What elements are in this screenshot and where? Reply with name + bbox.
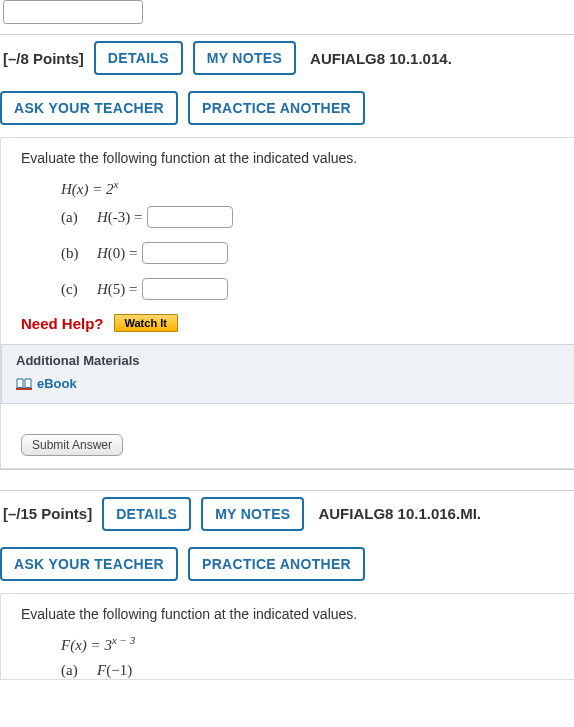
ask-teacher-button[interactable]: ASK YOUR TEACHER: [0, 91, 178, 125]
book-icon: [16, 378, 32, 390]
fn-lhs: F(x) =: [61, 637, 104, 653]
part-label: (a): [61, 209, 97, 226]
part-arg: (-3): [108, 209, 131, 225]
points-label: [–/15 Points]: [3, 505, 92, 522]
practice-another-button[interactable]: PRACTICE ANOTHER: [188, 547, 365, 581]
details-button[interactable]: DETAILS: [102, 497, 191, 531]
problem-content: Evaluate the following function at the i…: [0, 593, 574, 680]
function-definition: H(x) = 2x: [61, 178, 558, 198]
part-eq: =: [130, 209, 142, 225]
part-label: (b): [61, 245, 97, 262]
points-label: [–/8 Points]: [3, 50, 84, 67]
part-expression: H(0) =: [97, 245, 138, 262]
part-arg: (5): [108, 281, 126, 297]
fn-base: 2: [106, 181, 114, 197]
part-arg: (0): [108, 245, 126, 261]
part-eq: =: [125, 281, 137, 297]
part-arg: (−1): [106, 662, 132, 678]
part-a: (a) H(-3) =: [61, 206, 558, 228]
fn-lhs: H(x) =: [61, 181, 106, 197]
part-fn: H: [97, 245, 108, 261]
reference-label: AUFIALG8 10.1.014.: [310, 50, 452, 67]
watch-it-button[interactable]: Watch It: [114, 314, 178, 332]
need-help-label: Need Help?: [21, 315, 104, 332]
part-label: (a): [61, 662, 97, 679]
ebook-label: eBook: [37, 376, 77, 391]
function-definition: F(x) = 3x − 3: [61, 634, 558, 654]
problem-header-row2: ASK YOUR TEACHER PRACTICE ANOTHER: [0, 539, 574, 589]
part-b: (b) H(0) =: [61, 242, 558, 264]
part-eq: =: [125, 245, 137, 261]
ebook-link[interactable]: eBook: [16, 376, 77, 391]
additional-materials: Additional Materials eBook: [1, 344, 574, 404]
problem-header-row1: [–/15 Points] DETAILS MY NOTES AUFIALG8 …: [0, 491, 574, 539]
mynotes-button[interactable]: MY NOTES: [193, 41, 296, 75]
problem-content: Evaluate the following function at the i…: [0, 137, 574, 469]
problem-header-row1: [–/8 Points] DETAILS MY NOTES AUFIALG8 1…: [0, 35, 574, 83]
fn-exp: x: [114, 178, 119, 190]
svg-rect-0: [16, 388, 32, 390]
reference-label: AUFIALG8 10.1.016.MI.: [318, 505, 481, 522]
answer-input-b[interactable]: [142, 242, 228, 264]
ask-teacher-button[interactable]: ASK YOUR TEACHER: [0, 547, 178, 581]
prompt-text: Evaluate the following function at the i…: [21, 150, 558, 166]
part-fn: H: [97, 281, 108, 297]
part-label: (c): [61, 281, 97, 298]
previous-input-stub[interactable]: [3, 0, 143, 24]
fn-exp: x − 3: [112, 634, 135, 646]
problem-2: [–/15 Points] DETAILS MY NOTES AUFIALG8 …: [0, 490, 574, 680]
part-fn: H: [97, 209, 108, 225]
part-a: (a) F(−1): [61, 662, 558, 679]
additional-title: Additional Materials: [16, 353, 560, 368]
problem-1: [–/8 Points] DETAILS MY NOTES AUFIALG8 1…: [0, 34, 574, 470]
part-fn: F: [97, 662, 106, 678]
mynotes-button[interactable]: MY NOTES: [201, 497, 304, 531]
part-expression: H(5) =: [97, 281, 138, 298]
problem-header-row2: ASK YOUR TEACHER PRACTICE ANOTHER: [0, 83, 574, 133]
part-expression: H(-3) =: [97, 209, 143, 226]
prompt-text: Evaluate the following function at the i…: [21, 606, 558, 622]
submit-row: Submit Answer: [21, 434, 558, 456]
answer-input-a[interactable]: [147, 206, 233, 228]
details-button[interactable]: DETAILS: [94, 41, 183, 75]
fn-base: 3: [104, 637, 112, 653]
part-expression: F(−1): [97, 662, 132, 679]
answer-input-c[interactable]: [142, 278, 228, 300]
need-help-row: Need Help? Watch It: [21, 314, 558, 332]
part-c: (c) H(5) =: [61, 278, 558, 300]
practice-another-button[interactable]: PRACTICE ANOTHER: [188, 91, 365, 125]
submit-answer-button[interactable]: Submit Answer: [21, 434, 123, 456]
